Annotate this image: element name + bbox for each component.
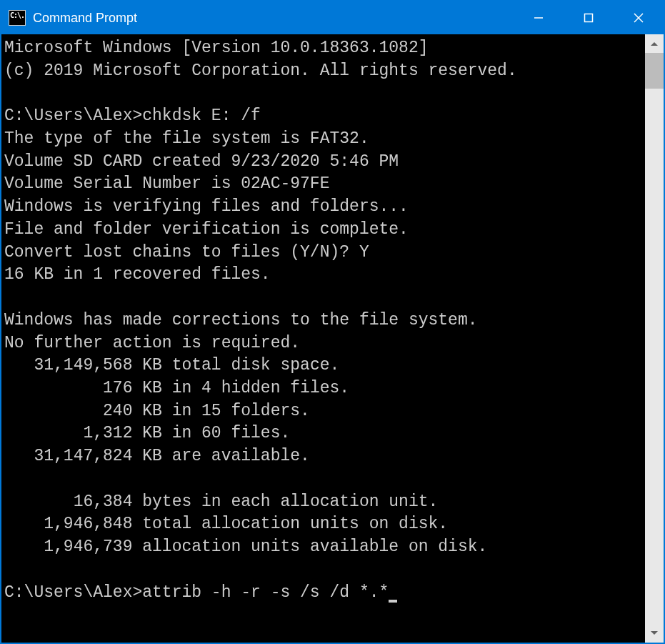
terminal-line: (c) 2019 Microsoft Corporation. All righ…	[4, 61, 517, 80]
terminal-line: 176 KB in 4 hidden files.	[4, 379, 349, 397]
scroll-thumb[interactable]	[645, 53, 664, 89]
chevron-up-icon	[650, 41, 659, 46]
terminal-line: 1,312 KB in 60 files.	[4, 424, 290, 442]
terminal-line: No further action is required.	[4, 334, 300, 352]
close-button[interactable]	[614, 1, 664, 34]
terminal-prompt: C:\Users\Alex>	[4, 583, 142, 602]
terminal-line: 31,147,824 KB are available.	[4, 447, 310, 465]
window-controls	[514, 1, 664, 34]
terminal-line: Microsoft Windows [Version 10.0.18363.10…	[4, 39, 429, 57]
terminal-line: Volume Serial Number is 02AC-97FE	[4, 174, 329, 193]
terminal-line: 240 KB in 15 folders.	[4, 402, 310, 420]
cursor	[389, 600, 397, 603]
scrollbar[interactable]	[645, 34, 664, 643]
maximize-icon	[584, 13, 594, 23]
terminal-line: The type of the file system is FAT32.	[4, 129, 369, 148]
terminal-output[interactable]: Microsoft Windows [Version 10.0.18363.10…	[1, 34, 645, 643]
terminal-line: 16,384 bytes in each allocation unit.	[4, 492, 438, 511]
window-title: Command Prompt	[33, 11, 137, 26]
terminal-line: 1,946,739 allocation units available on …	[4, 538, 487, 556]
terminal-line: Windows has made corrections to the file…	[4, 311, 478, 330]
terminal-line: Volume SD CARD created 9/23/2020 5:46 PM	[4, 152, 399, 171]
scroll-up-button[interactable]	[645, 34, 664, 53]
chevron-down-icon	[650, 630, 659, 636]
command-prompt-window: C:\. Command Prompt Microsoft	[0, 0, 665, 644]
terminal-line: 31,149,568 KB total disk space.	[4, 356, 339, 375]
svg-rect-1	[585, 14, 593, 22]
terminal-wrapper: Microsoft Windows [Version 10.0.18363.10…	[1, 34, 664, 643]
scroll-down-button[interactable]	[645, 624, 664, 643]
minimize-button[interactable]	[514, 1, 564, 34]
terminal-line: 16 KB in 1 recovered files.	[4, 265, 271, 284]
terminal-line: Windows is verifying files and folders..…	[4, 197, 409, 216]
command-prompt-icon: C:\.	[9, 10, 26, 26]
close-icon	[633, 12, 644, 24]
terminal-line: Convert lost chains to files (Y/N)? Y	[4, 243, 369, 262]
maximize-button[interactable]	[564, 1, 614, 34]
terminal-line: 1,946,848 total allocation units on disk…	[4, 515, 448, 533]
terminal-line: File and folder verification is complete…	[4, 220, 409, 239]
minimize-icon	[534, 13, 544, 23]
titlebar-left: C:\. Command Prompt	[1, 10, 137, 26]
terminal-line: C:\Users\Alex>chkdsk E: /f	[4, 106, 261, 125]
terminal-input[interactable]: attrib -h -r -s /s /d *.*	[142, 583, 389, 602]
titlebar[interactable]: C:\. Command Prompt	[1, 1, 664, 34]
scroll-track[interactable]	[645, 53, 664, 624]
